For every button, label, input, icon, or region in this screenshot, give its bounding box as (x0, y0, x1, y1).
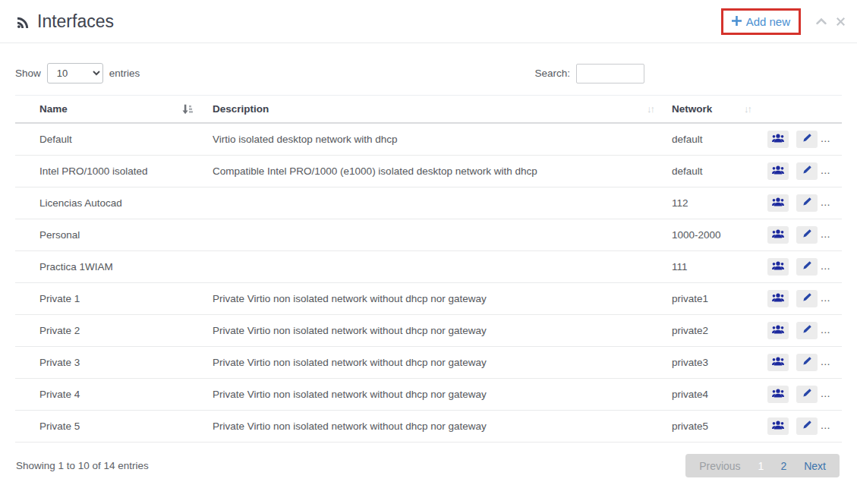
collapse-panel-button[interactable] (816, 17, 827, 25)
view-users-button[interactable] (767, 290, 789, 307)
delete-button[interactable] (825, 258, 842, 276)
edit-button[interactable] (796, 386, 818, 403)
cell-description: Compatible Intel PRO/1000 (e1000) isolat… (206, 156, 666, 187)
showing-entries-info: Showing 1 to 10 of 14 entries (16, 460, 149, 471)
table-row: Private 5 Private Virtio non isolated ne… (15, 411, 842, 443)
delete-icon (831, 389, 840, 400)
page-title: Interfaces (15, 11, 114, 32)
users-icon (772, 261, 784, 272)
view-users-button[interactable] (767, 162, 789, 180)
delete-icon (831, 197, 840, 209)
table-row: Private 3 Private Virtio non isolated ne… (15, 347, 842, 379)
delete-icon (831, 134, 840, 145)
sort-asc-icon (181, 104, 193, 115)
delete-icon (831, 357, 840, 368)
users-icon (772, 389, 784, 400)
users-icon (772, 421, 784, 432)
pencil-icon (802, 421, 811, 432)
edit-button[interactable] (796, 258, 818, 276)
delete-icon (831, 165, 840, 177)
table-row: Licencias Autocad 112 (15, 187, 842, 219)
page-length-select[interactable]: 10 (47, 63, 103, 83)
view-users-button[interactable] (767, 194, 789, 212)
entries-label: entries (109, 68, 140, 79)
cell-network: private5 (666, 411, 763, 443)
close-panel-button[interactable] (837, 17, 845, 26)
delete-button[interactable] (825, 322, 842, 339)
view-users-button[interactable] (767, 417, 789, 435)
column-header-actions (763, 96, 842, 124)
column-header-description[interactable]: Description ↓↑ (206, 96, 666, 124)
cell-actions (763, 187, 842, 219)
table-row: Private 2 Private Virtio non isolated ne… (15, 315, 842, 347)
add-new-button[interactable]: Add new (732, 15, 790, 28)
sort-both-icon: ↓↑ (647, 103, 660, 115)
cell-network: default (666, 123, 763, 156)
column-label: Description (213, 103, 269, 115)
delete-button[interactable] (825, 194, 842, 212)
sort-both-icon: ↓↑ (744, 103, 757, 115)
show-label: Show (15, 68, 41, 79)
pagination-next[interactable]: Next (795, 460, 835, 472)
delete-button[interactable] (825, 354, 842, 371)
delete-button[interactable] (825, 417, 842, 435)
cell-name: Practica 1WIAM (15, 251, 206, 283)
view-users-button[interactable] (767, 131, 789, 148)
pencil-icon (802, 357, 811, 368)
users-icon (772, 293, 784, 304)
edit-button[interactable] (796, 322, 818, 339)
cell-network: private3 (666, 347, 763, 379)
users-icon (772, 357, 784, 368)
delete-button[interactable] (825, 162, 842, 180)
search-label: Search: (534, 68, 570, 79)
delete-button[interactable] (825, 131, 842, 148)
pagination-page-1[interactable]: 1 (750, 460, 773, 472)
pencil-icon (802, 325, 811, 336)
cell-network: default (666, 156, 763, 187)
table-row: Intel PRO/1000 isolated Compatible Intel… (15, 156, 842, 187)
search-input[interactable] (576, 64, 644, 83)
edit-button[interactable] (796, 290, 818, 307)
table-header-row: Name Description ↓↑ (15, 96, 842, 124)
pagination: Previous 1 2 Next (685, 454, 840, 477)
cell-name: Personal (15, 219, 206, 251)
cell-name: Private 3 (15, 347, 206, 379)
pagination-page-2[interactable]: 2 (772, 460, 795, 472)
pagination-previous[interactable]: Previous (690, 460, 749, 472)
edit-button[interactable] (796, 226, 818, 244)
delete-button[interactable] (825, 290, 842, 307)
view-users-button[interactable] (767, 258, 789, 276)
table-row: Private 1 Private Virtio non isolated ne… (15, 283, 842, 315)
cell-description (206, 187, 666, 219)
delete-button[interactable] (825, 386, 842, 403)
pencil-icon (802, 197, 811, 209)
column-header-network[interactable]: Network ↓↑ (666, 96, 763, 124)
cell-name: Private 5 (15, 411, 206, 443)
delete-button[interactable] (825, 226, 842, 244)
edit-button[interactable] (796, 131, 818, 148)
edit-button[interactable] (796, 162, 818, 180)
cell-actions (763, 315, 842, 347)
cell-name: Private 4 (15, 379, 206, 411)
page-title-text: Interfaces (37, 11, 114, 32)
pencil-icon (802, 261, 811, 272)
users-icon (772, 229, 784, 241)
interfaces-table: Name Description ↓↑ (15, 95, 842, 443)
column-header-name[interactable]: Name (15, 96, 206, 124)
view-users-button[interactable] (767, 386, 789, 403)
cell-name: Licencias Autocad (15, 187, 206, 219)
table-row: Personal 1000-2000 (15, 219, 842, 251)
edit-button[interactable] (796, 194, 818, 212)
view-users-button[interactable] (767, 226, 789, 244)
cell-network: 112 (666, 187, 763, 219)
cell-name: Default (15, 123, 206, 156)
table-row: Practica 1WIAM 111 (15, 251, 842, 283)
edit-button[interactable] (796, 354, 818, 371)
cell-description (206, 219, 666, 251)
cell-actions (763, 156, 842, 187)
edit-button[interactable] (796, 417, 818, 435)
cell-description: Private Virtio non isolated network with… (206, 347, 666, 379)
view-users-button[interactable] (767, 322, 789, 339)
cell-network: private2 (666, 315, 763, 347)
view-users-button[interactable] (767, 354, 789, 371)
